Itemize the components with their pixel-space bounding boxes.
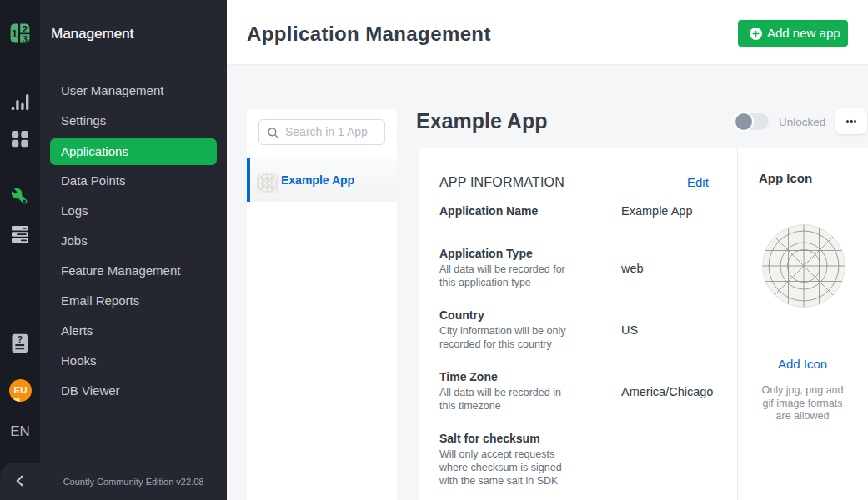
svg-text:?: ? bbox=[17, 334, 23, 344]
svg-text:2: 2 bbox=[23, 24, 28, 34]
svg-text:3: 3 bbox=[23, 34, 28, 43]
svg-text:1: 1 bbox=[12, 28, 18, 40]
